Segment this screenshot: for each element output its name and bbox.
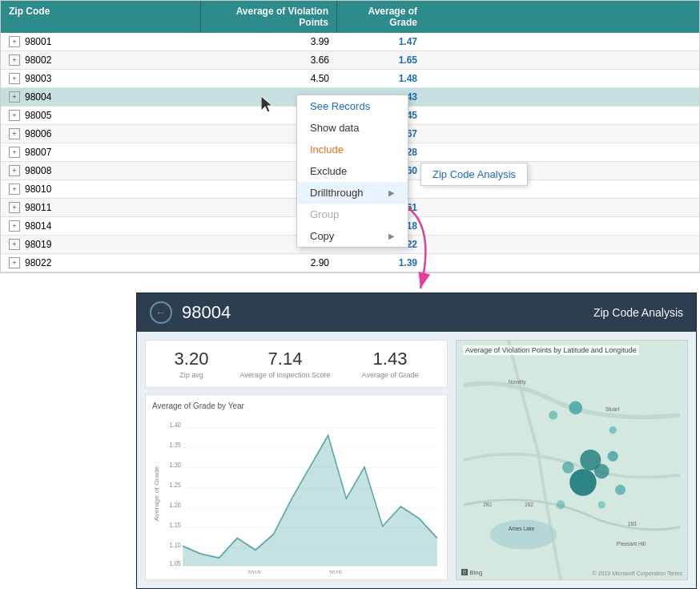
svg-text:1.15: 1.15 <box>170 522 182 530</box>
svg-point-27 <box>594 464 609 479</box>
svg-point-31 <box>549 411 557 420</box>
menu-item-see-records[interactable]: See Records <box>297 95 408 117</box>
copy-chevron: ▶ <box>388 232 395 240</box>
svg-point-34 <box>615 485 626 495</box>
cell-zip: + 98001 <box>1 33 201 50</box>
map-panel: Average of Violation Points by Latitude … <box>456 340 688 580</box>
cell-zip: + 98019 <box>1 236 201 253</box>
svg-marker-0 <box>261 96 272 112</box>
stat-label: Zip avg <box>175 371 209 379</box>
cell-grade: 1.47 <box>337 33 425 50</box>
cell-zip: + 98006 <box>1 125 201 143</box>
stat-item: 3.20 Zip avg <box>175 349 209 379</box>
map-copyright: © 2019 Microsoft Corporation Terms <box>593 571 682 576</box>
chart-svg-container: Average of Grade 1.40 1.35 1.30 1.25 1.2… <box>152 414 441 574</box>
cell-grade: 1.39 <box>337 254 425 272</box>
context-menu: See Records Show data Include Exclude Dr… <box>296 95 408 248</box>
svg-text:Stuart: Stuart <box>605 406 620 412</box>
cell-zip: + 98008 <box>1 162 201 180</box>
cell-grade: 1.65 <box>337 51 425 69</box>
table-row[interactable]: + 98001 3.99 1.47 <box>1 33 699 51</box>
svg-text:1.30: 1.30 <box>170 462 182 470</box>
svg-text:1.10: 1.10 <box>170 542 182 550</box>
expand-icon[interactable]: + <box>9 165 20 176</box>
expand-icon[interactable]: + <box>9 54 20 66</box>
cell-zip: + 98003 <box>1 70 201 87</box>
chart-area: Average of Grade by Year Average of Grad… <box>145 394 448 580</box>
cell-violations: 2.90 <box>201 254 337 272</box>
svg-point-28 <box>569 469 597 496</box>
cell-violations: 4.50 <box>201 70 337 87</box>
stat-label: Average of Inspection Score <box>240 371 331 379</box>
expand-icon[interactable]: + <box>9 91 20 103</box>
mouse-cursor <box>261 96 277 115</box>
expand-icon[interactable]: + <box>9 220 20 232</box>
svg-text:2015: 2015 <box>328 570 342 574</box>
svg-text:1.40: 1.40 <box>170 422 182 430</box>
stat-value: 7.14 <box>240 349 331 369</box>
expand-icon[interactable]: + <box>9 202 20 213</box>
cell-zip: + 98022 <box>1 254 201 272</box>
menu-item-include[interactable]: Include <box>297 139 408 160</box>
map-area: Average of Violation Points by Latitude … <box>457 341 687 579</box>
menu-item-exclude[interactable]: Exclude <box>297 160 408 182</box>
menu-item-group: Group <box>297 204 408 225</box>
cell-zip: + 98011 <box>1 199 201 216</box>
stat-item: 7.14 Average of Inspection Score <box>240 349 331 379</box>
expand-icon[interactable]: + <box>9 239 20 250</box>
menu-item-drillthrough[interactable]: Drillthrough ▶ <box>297 182 408 204</box>
expand-icon[interactable]: + <box>9 257 20 268</box>
chart-title: Average of Grade by Year <box>152 401 441 410</box>
dashboard-left: 3.20 Zip avg 7.14 Average of Inspection … <box>145 340 448 580</box>
header-zip: Zip Code <box>1 1 201 33</box>
table-row[interactable]: + 98003 4.50 1.48 <box>1 70 699 88</box>
map-background: Novelty Stuart Ames Lake Pleasant Hill 2… <box>457 341 687 579</box>
cell-violations: 3.66 <box>201 51 337 69</box>
bing-logo: 🅱 Bing <box>461 569 482 576</box>
cell-zip: + 98014 <box>1 217 201 235</box>
expand-icon[interactable]: + <box>9 128 20 139</box>
expand-icon[interactable]: + <box>9 36 20 47</box>
dashboard-zip: 98004 <box>182 302 231 323</box>
cell-zip: + 98010 <box>1 180 201 198</box>
cell-zip: + 98005 <box>1 107 201 124</box>
expand-icon[interactable]: + <box>9 73 20 84</box>
svg-text:Pleasant Hill: Pleasant Hill <box>617 541 646 547</box>
svg-text:282: 282 <box>483 502 492 507</box>
svg-point-33 <box>609 426 617 434</box>
svg-point-30 <box>562 462 574 474</box>
map-title: Average of Violation Points by Latitude … <box>463 345 639 355</box>
svg-point-36 <box>556 500 565 509</box>
expand-icon[interactable]: + <box>9 147 20 158</box>
svg-text:Novelty: Novelty <box>509 379 526 385</box>
stat-label: Average of Grade <box>362 371 419 379</box>
svg-text:Average of Grade: Average of Grade <box>154 466 160 521</box>
svg-text:2010: 2010 <box>247 570 261 574</box>
stat-value: 1.43 <box>362 349 419 369</box>
dashboard-panel: ← 98004 Zip Code Analysis 3.20 Zip avg 7… <box>136 292 697 589</box>
table-header: Zip Code Average of Violation Points Ave… <box>1 1 699 33</box>
svg-marker-19 <box>183 435 437 566</box>
cell-violations: 3.99 <box>201 33 337 50</box>
drillthrough-tooltip[interactable]: Zip Code Analysis <box>420 163 528 186</box>
header-violations: Average of Violation Points <box>201 1 337 33</box>
stats-row: 3.20 Zip avg 7.14 Average of Inspection … <box>145 340 448 388</box>
svg-text:Ames Lake: Ames Lake <box>509 526 535 531</box>
cell-zip: + 98007 <box>1 143 201 161</box>
menu-item-show-data[interactable]: Show data <box>297 117 408 139</box>
header-grade: Average of Grade <box>337 1 425 33</box>
svg-text:282: 282 <box>525 502 533 507</box>
table-row[interactable]: + 98002 3.66 1.65 <box>1 51 699 70</box>
svg-point-35 <box>598 501 605 508</box>
table-row[interactable]: + 98022 2.90 1.39 <box>1 254 699 272</box>
expand-icon[interactable]: + <box>9 110 20 121</box>
expand-icon[interactable]: + <box>9 184 20 195</box>
menu-item-copy[interactable]: Copy ▶ <box>297 225 408 247</box>
dashboard-header: ← 98004 Zip Code Analysis <box>137 293 696 332</box>
svg-rect-24 <box>464 341 680 579</box>
cell-grade: 1.48 <box>337 70 425 87</box>
svg-point-29 <box>608 451 618 462</box>
cell-zip: + 98002 <box>1 51 201 69</box>
svg-point-25 <box>490 520 557 550</box>
back-button[interactable]: ← <box>150 301 172 324</box>
